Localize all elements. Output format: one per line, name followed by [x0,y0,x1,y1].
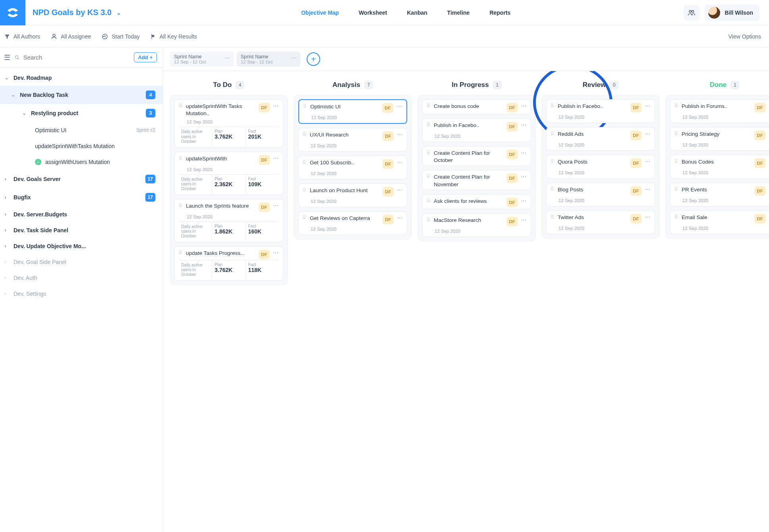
assignee-chip[interactable]: DF [259,103,270,112]
drag-handle-icon[interactable]: ⠿ [427,173,431,179]
card-more-icon[interactable]: ⋯ [396,103,402,110]
sprint-tab[interactable]: Sprint Name12 Sep - 12 Oct⋯ [170,52,234,67]
task-card[interactable]: ⠿PR EventsDF⋯12 Sep 2020 [670,183,769,206]
menu-icon[interactable]: ☰ [4,53,10,62]
add-sprint-button[interactable]: + [307,52,320,66]
assignee-chip[interactable]: DF [754,131,765,140]
drag-handle-icon[interactable]: ⠿ [551,131,555,136]
task-card[interactable]: ⠿Twitter AdsDF⋯12 Sep 2020 [546,210,655,234]
assignee-chip[interactable]: DF [506,217,518,226]
drag-handle-icon[interactable]: ⠿ [674,186,678,192]
card-more-icon[interactable]: ⋯ [397,187,403,193]
task-card[interactable]: ⠿Launch on Product HuntDF⋯12 Sep 2020 [298,183,407,207]
assignee-chip[interactable]: DF [259,250,270,259]
add-button[interactable]: Add + [134,52,157,62]
task-card[interactable]: ⠿UX/UI ResearchDF⋯12 Sep 2020 [298,128,407,152]
sidebar-item[interactable]: ⌄Dev. Roadmap [0,70,162,86]
sidebar-item[interactable]: ›Dev. Goals Server17 [0,170,162,188]
task-card[interactable]: ⠿Reddit AdsDF⋯12 Sep 2020 [546,127,655,151]
card-more-icon[interactable]: ⋯ [397,215,403,221]
task-card[interactable]: ⠿Create Content Plan for OctoberDF⋯ [422,146,531,166]
card-more-icon[interactable]: ⋯ [273,250,279,256]
sprint-tab[interactable]: Sprint Name12 Sep - 12 Oct⋯ [237,52,300,67]
card-more-icon[interactable]: ⋯ [273,202,279,209]
card-more-icon[interactable]: ⋯ [521,198,527,204]
task-card[interactable]: ⠿updateSprintWithDF⋯12 Sep 2020Daily act… [174,152,283,195]
card-more-icon[interactable]: ⋯ [645,158,651,165]
assignee-chip[interactable]: DF [259,202,270,212]
team-button[interactable] [684,5,699,21]
task-card[interactable]: ⠿MacStore ResearchDF⋯12 Sep 2020 [422,213,531,237]
card-more-icon[interactable]: ⋯ [521,122,527,128]
drag-handle-icon[interactable]: ⠿ [674,158,678,164]
more-icon[interactable]: ⋯ [224,55,230,61]
task-card[interactable]: ⠿Get 100 Subscrib..DF⋯12 Sep 2020 [298,156,407,179]
sidebar-item[interactable]: ›Dev. Update Objective Mo... [0,238,162,254]
nav-kanban[interactable]: Kanban [407,10,427,16]
more-icon[interactable]: ⋯ [291,55,297,61]
assignee-chip[interactable]: DF [259,155,270,165]
task-card[interactable]: ⠿Publish in Facebo..DF⋯12 Sep 2020 [422,118,531,142]
task-card[interactable]: ⠿update Tasks Progress...DF⋯Daily active… [174,246,283,281]
view-options[interactable]: View Options [728,33,761,40]
task-card[interactable]: ⠿Publish in Facebo..DF⋯12 Sep 2020 [546,99,655,123]
assignee-chip[interactable]: DF [630,214,641,224]
card-more-icon[interactable]: ⋯ [521,103,527,109]
task-card[interactable]: ⠿Get Reviews on CapterraDF⋯12 Sep 2020 [298,211,407,235]
assignee-chip[interactable]: DF [383,187,394,197]
drag-handle-icon[interactable]: ⠿ [179,155,183,161]
assignee-chip[interactable]: DF [506,122,518,131]
sidebar-item[interactable]: ›Bugfix17 [0,188,162,206]
card-more-icon[interactable]: ⋯ [521,217,527,223]
sidebar-item[interactable]: ⌄Restyling product3 [0,104,162,122]
nav-objective-map[interactable]: Objective Map [301,10,339,16]
drag-handle-icon[interactable]: ⠿ [303,215,307,220]
assignee-chip[interactable]: DF [383,131,394,141]
card-more-icon[interactable]: ⋯ [521,173,527,180]
task-card[interactable]: ⠿Ask clients for reviewsDF⋯ [422,194,531,209]
sidebar-item[interactable]: ›Dev. Server.Budgets [0,206,162,222]
filter-key-results[interactable]: All Key Results [150,33,197,40]
filter-assignee[interactable]: All Assignee [50,33,91,40]
drag-handle-icon[interactable]: ⠿ [427,198,431,203]
drag-handle-icon[interactable]: ⠿ [427,103,431,108]
sidebar-item[interactable]: ›Dev. Goal Side Panel [0,254,162,270]
card-more-icon[interactable]: ⋯ [521,150,527,156]
assignee-chip[interactable]: DF [754,158,765,168]
app-logo[interactable] [0,0,25,25]
filter-authors[interactable]: All Authors [4,33,40,40]
sidebar-item[interactable]: Optimistic UISprint #2 [0,122,162,138]
card-more-icon[interactable]: ⋯ [397,159,403,166]
drag-handle-icon[interactable]: ⠿ [674,131,678,136]
sidebar-item[interactable]: ⌄New Backlog Task4 [0,86,162,104]
user-menu[interactable]: Bill Wilson [705,4,759,21]
drag-handle-icon[interactable]: ⠿ [303,159,307,165]
drag-handle-icon[interactable]: ⠿ [674,214,678,220]
nav-timeline[interactable]: Timeline [447,10,470,16]
assignee-chip[interactable]: DF [383,215,394,224]
drag-handle-icon[interactable]: ⠿ [303,131,307,137]
drag-handle-icon[interactable]: ⠿ [674,103,678,108]
assignee-chip[interactable]: DF [506,103,518,112]
drag-handle-icon[interactable]: ⠿ [427,150,431,155]
task-card[interactable]: ⠿Blog PostsDF⋯12 Sep 2020 [546,183,655,206]
card-more-icon[interactable]: ⋯ [645,186,651,193]
task-card[interactable]: ⠿updateSprintWith Tasks Mutation..DF⋯12 … [174,99,283,148]
assignee-chip[interactable]: DF [506,173,518,183]
assignee-chip[interactable]: DF [754,103,765,112]
assignee-chip[interactable]: DF [383,159,394,169]
sidebar-item[interactable]: ✓assignWithUsers Mutation [0,154,162,170]
drag-handle-icon[interactable]: ⠿ [303,187,307,193]
task-card[interactable]: ⠿Bonus CodesDF⋯12 Sep 2020 [670,155,769,179]
task-card[interactable]: ⠿Create Content Plan for NovemberDF⋯ [422,170,531,190]
card-more-icon[interactable]: ⋯ [273,155,279,162]
drag-handle-icon[interactable]: ⠿ [551,214,555,220]
assignee-chip[interactable]: DF [506,198,518,207]
card-more-icon[interactable]: ⋯ [397,131,403,138]
search-box[interactable] [14,54,130,61]
task-card[interactable]: ⠿Publish in Forums..DF⋯12 Sep 2020 [670,99,769,123]
assignee-chip[interactable]: DF [630,131,641,140]
assignee-chip[interactable]: DF [754,214,765,224]
card-more-icon[interactable]: ⋯ [273,103,279,109]
assignee-chip[interactable]: DF [630,186,641,196]
